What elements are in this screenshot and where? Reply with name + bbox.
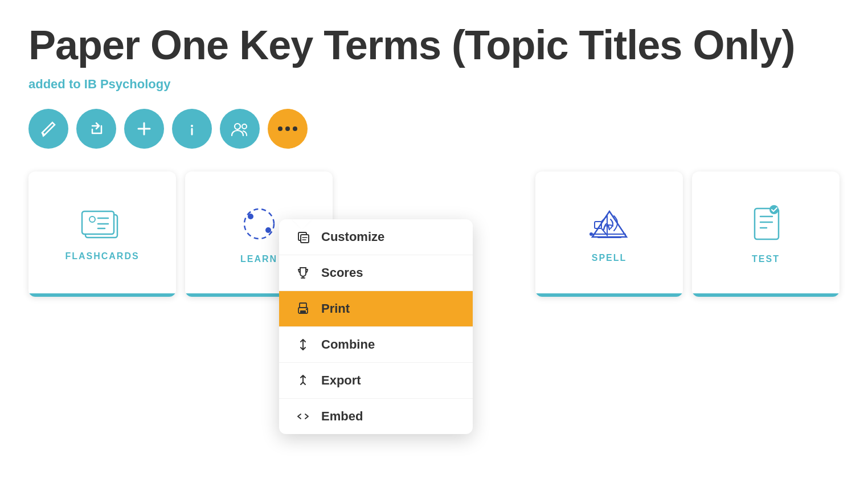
info-button[interactable] xyxy=(172,109,212,149)
print-icon xyxy=(295,302,311,316)
embed-label: Embed xyxy=(321,409,363,424)
svg-point-14 xyxy=(265,227,271,233)
test-icon xyxy=(746,204,786,244)
embed-icon xyxy=(295,410,311,423)
dropdown-item-combine[interactable]: Combine xyxy=(279,327,473,363)
svg-rect-7 xyxy=(82,211,114,234)
learn-icon xyxy=(236,204,282,244)
flashcards-label: FLASHCARDS xyxy=(65,251,139,261)
pencil-icon xyxy=(40,120,57,137)
svg-point-31 xyxy=(306,309,307,310)
print-label: Print xyxy=(321,301,350,316)
export-icon xyxy=(295,374,311,387)
page-title: Paper One Key Terms (Topic Titles Only) xyxy=(28,23,840,68)
svg-point-18 xyxy=(589,232,593,236)
page: Paper One Key Terms (Topic Titles Only) … xyxy=(0,0,868,499)
people-button[interactable] xyxy=(220,109,260,149)
svg-point-13 xyxy=(248,214,253,219)
flashcards-icon xyxy=(80,207,125,241)
more-dots-icon xyxy=(277,126,298,132)
svg-point-0 xyxy=(191,125,193,127)
add-button[interactable] xyxy=(124,109,164,149)
added-to-line: added to IB Psychology xyxy=(28,77,840,92)
svg-point-4 xyxy=(285,126,290,131)
dropdown-item-export[interactable]: Export xyxy=(279,363,473,399)
dropdown-item-customize[interactable]: Customize xyxy=(279,219,473,255)
share-button[interactable] xyxy=(76,109,116,149)
combine-icon xyxy=(295,338,311,351)
combine-label: Combine xyxy=(321,337,375,352)
svg-point-5 xyxy=(293,126,297,131)
svg-point-1 xyxy=(235,124,240,129)
added-to-label: added to xyxy=(28,77,81,91)
svg-rect-28 xyxy=(300,303,306,308)
share-icon xyxy=(88,120,105,137)
spell-label: SPELL xyxy=(592,253,627,263)
edit-button[interactable] xyxy=(28,109,68,149)
svg-point-12 xyxy=(244,209,274,239)
copy-icon xyxy=(295,230,311,244)
course-name: IB Psychology xyxy=(84,77,171,91)
plus-icon xyxy=(136,120,153,137)
dropdown-item-scores[interactable]: Scores xyxy=(279,255,473,291)
export-label: Export xyxy=(321,373,361,388)
spell-icon xyxy=(587,206,632,243)
dropdown-item-embed[interactable]: Embed xyxy=(279,399,473,434)
svg-rect-30 xyxy=(300,310,306,313)
trophy-icon xyxy=(295,266,311,280)
scores-label: Scores xyxy=(321,265,363,280)
learn-label: LEARN xyxy=(240,254,277,264)
svg-point-3 xyxy=(278,126,282,131)
action-buttons xyxy=(28,109,840,149)
dropdown-item-print[interactable]: Print xyxy=(279,291,473,327)
svg-marker-15 xyxy=(592,211,627,237)
test-card[interactable]: TEST xyxy=(692,171,840,297)
more-button[interactable] xyxy=(268,109,308,149)
more-dropdown: Customize Scores xyxy=(279,219,473,434)
svg-rect-25 xyxy=(301,235,309,243)
flashcards-card[interactable]: FLASHCARDS xyxy=(28,171,176,297)
svg-point-2 xyxy=(242,124,247,129)
svg-point-23 xyxy=(769,205,779,214)
people-icon xyxy=(231,121,249,137)
customize-label: Customize xyxy=(321,230,384,244)
info-icon xyxy=(183,120,200,137)
test-label: TEST xyxy=(752,254,780,264)
spell-card[interactable]: SPELL xyxy=(535,171,683,297)
